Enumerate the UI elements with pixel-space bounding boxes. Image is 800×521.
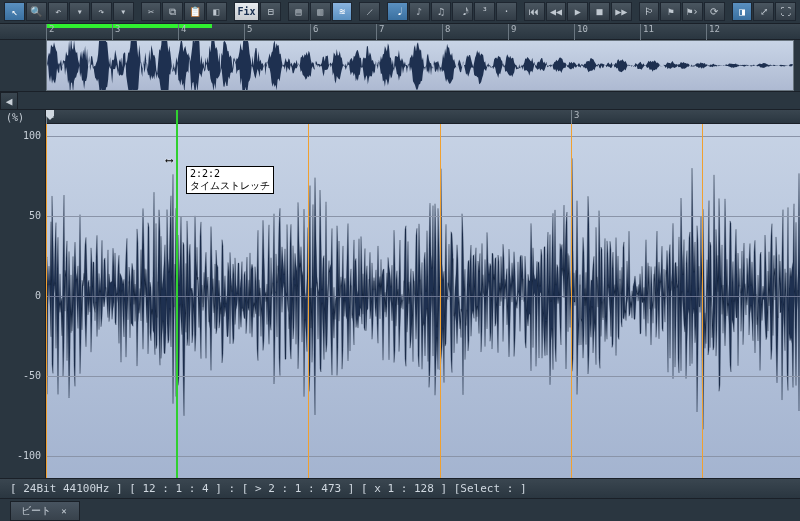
transport-play[interactable]: ▶ xyxy=(567,2,588,21)
stretch-cursor-icon: ⟷ xyxy=(166,154,173,167)
beat-line[interactable] xyxy=(308,124,309,478)
undo[interactable]: ↶ xyxy=(48,2,69,21)
overview-panel: 23456789101112 xyxy=(0,24,800,92)
cut[interactable]: ✂ xyxy=(141,2,162,21)
y-tick: 50 xyxy=(29,210,41,221)
zoom-tool[interactable]: 🔍 xyxy=(26,2,47,21)
fullscreen[interactable]: ⛶ xyxy=(775,2,796,21)
tooltip: 2:2:2 タイムストレッチ xyxy=(186,166,274,194)
overview-tick: 11 xyxy=(640,24,654,40)
redo[interactable]: ↷ xyxy=(91,2,112,21)
status-text: [ 24Bit 44100Hz ] [ 12 : 1 : 4 ] : [ > 2… xyxy=(10,482,527,495)
slope-tool[interactable]: ⟋ xyxy=(359,2,380,21)
overview-tick: 5 xyxy=(244,24,252,40)
overview-tick: 3 xyxy=(112,24,120,40)
tempo-map[interactable]: ▤ xyxy=(288,2,309,21)
ruler-tick: 3 xyxy=(571,110,579,124)
y-tick: 100 xyxy=(23,130,41,141)
analyze[interactable]: ▥ xyxy=(310,2,331,21)
main-ruler[interactable]: 23 xyxy=(46,110,800,124)
overview-waveform[interactable] xyxy=(46,40,794,91)
overview-tick: 8 xyxy=(442,24,450,40)
arrow-tool[interactable]: ↖ xyxy=(4,2,25,21)
y-axis: (%) 100500-50-100 xyxy=(0,110,46,478)
status-bar: [ 24Bit 44100Hz ] [ 12 : 1 : 4 ] : [ > 2… xyxy=(0,478,800,498)
note-eighth[interactable]: 𝅘𝅥𝅯 xyxy=(452,2,473,21)
transport-stop[interactable]: ■ xyxy=(589,2,610,21)
undo-dropdown[interactable]: ▾ xyxy=(69,2,90,21)
transport-start[interactable]: ⏮ xyxy=(524,2,545,21)
transport-forward[interactable]: ▶▶ xyxy=(611,2,632,21)
overview-scrollbar-row: ◀ xyxy=(0,92,800,110)
overview-tick: 4 xyxy=(178,24,186,40)
note-half[interactable]: ♪ xyxy=(409,2,430,21)
overview-tick: 9 xyxy=(508,24,516,40)
view-mode-a[interactable]: ◨ xyxy=(732,2,753,21)
split-tool[interactable]: ⊟ xyxy=(260,2,281,21)
y-tick: 0 xyxy=(35,290,41,301)
scroll-left-button[interactable]: ◀ xyxy=(0,92,18,110)
y-tick: -50 xyxy=(23,370,41,381)
overview-tick: 6 xyxy=(310,24,318,40)
loop[interactable]: ⟳ xyxy=(704,2,725,21)
waveform-canvas[interactable]: 23 ⟷ 2:2:2 タイムストレッチ xyxy=(46,110,800,478)
grid-line xyxy=(46,136,800,137)
flag-set[interactable]: ⚑ xyxy=(660,2,681,21)
overview-tick: 2 xyxy=(46,24,54,40)
note-quarter[interactable]: ♫ xyxy=(431,2,452,21)
loop-range-bar[interactable] xyxy=(46,24,212,28)
redo-dropdown[interactable]: ▾ xyxy=(113,2,134,21)
note-dotted[interactable]: · xyxy=(496,2,517,21)
flag-next[interactable]: ⚑› xyxy=(682,2,703,21)
paste[interactable]: 📋 xyxy=(184,2,205,21)
note-whole[interactable]: 𝅘𝅥 xyxy=(387,2,408,21)
beat-line[interactable] xyxy=(440,124,441,478)
grid-line xyxy=(46,216,800,217)
transport-rewind[interactable]: ◀◀ xyxy=(546,2,567,21)
tab-beat[interactable]: ビート ✕ xyxy=(10,501,80,521)
grid-line xyxy=(46,296,800,297)
y-tick: -100 xyxy=(17,450,41,461)
overview-tick: 7 xyxy=(376,24,384,40)
beat-line[interactable] xyxy=(702,124,703,478)
grid-line xyxy=(46,456,800,457)
main-toolbar: ↖🔍↶▾↷▾✂⧉📋◧Fix⊟▤▥≋⟋𝅘𝅥♪♫𝅘𝅥𝅯³·⏮◀◀▶■▶▶🏳⚑⚑›⟳◨… xyxy=(0,0,800,24)
stretch-mode[interactable]: ≋ xyxy=(332,2,353,21)
tab-bar: ビート ✕ xyxy=(0,498,800,521)
fix-mode[interactable]: Fix xyxy=(234,2,260,21)
beat-line[interactable] xyxy=(571,124,572,478)
marker-add[interactable]: 🏳 xyxy=(639,2,660,21)
beat-line[interactable] xyxy=(46,124,47,478)
tab-close-icon[interactable]: ✕ xyxy=(59,506,69,516)
locator-line[interactable] xyxy=(176,110,178,478)
grid-line xyxy=(46,376,800,377)
tooltip-position: 2:2:2 xyxy=(190,168,270,180)
tab-label: ビート xyxy=(21,504,51,518)
tooltip-mode: タイムストレッチ xyxy=(190,180,270,192)
copy[interactable]: ⧉ xyxy=(162,2,183,21)
note-triplet[interactable]: ³ xyxy=(474,2,495,21)
overview-tick: 12 xyxy=(706,24,720,40)
erase[interactable]: ◧ xyxy=(206,2,227,21)
link-view[interactable]: ⤢ xyxy=(753,2,774,21)
y-axis-unit: (%) xyxy=(6,112,24,123)
overview-ruler[interactable]: 23456789101112 xyxy=(0,24,800,40)
overview-tick: 10 xyxy=(574,24,588,40)
main-editor: (%) 100500-50-100 23 ⟷ 2:2:2 タイムストレッチ xyxy=(0,110,800,478)
